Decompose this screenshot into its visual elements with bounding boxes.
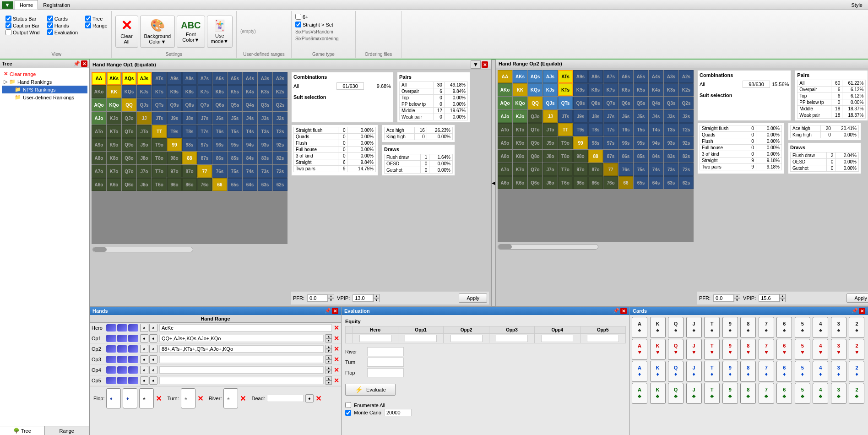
hand-cell-95s[interactable]: 95s <box>634 136 648 149</box>
hand-cell-J9s[interactable]: J9s <box>573 110 588 123</box>
card-5♦[interactable]: 5♦ <box>795 361 810 382</box>
hand-cell-62s[interactable]: 62s <box>273 178 288 191</box>
hand-cell-KK[interactable]: KK <box>107 85 121 98</box>
evaluate-button[interactable]: ⚡ Evaluate <box>345 384 396 396</box>
dead-card-icon[interactable]: ♠ <box>305 394 314 402</box>
op3-hand-input[interactable] <box>159 356 324 363</box>
card-4♣[interactable]: 4♣ <box>813 383 828 404</box>
river-card[interactable]: ♠ <box>223 388 238 408</box>
hand-cell-87s[interactable]: 87s <box>197 152 212 164</box>
op1-card1[interactable]: ♠ <box>140 334 148 343</box>
hand-cell-96s[interactable]: 96s <box>618 136 633 149</box>
hand-cell-AKs[interactable]: AKs <box>107 72 121 85</box>
hand-cell-Q7s[interactable]: Q7s <box>197 98 212 111</box>
hand-cell-63s[interactable]: 63s <box>258 178 272 191</box>
hand-cell-86o[interactable]: 86o <box>588 176 603 189</box>
hand-cell-A6o[interactable]: A6o <box>92 178 106 191</box>
hand-cell-T3s[interactable]: T3s <box>664 123 678 136</box>
card-7♦[interactable]: 7♦ <box>759 361 774 382</box>
hand-cell-Q8o[interactable]: Q8o <box>528 150 542 163</box>
op1-apply-button[interactable]: Apply <box>459 294 487 303</box>
hand-cell-Q7s[interactable]: Q7s <box>603 97 618 109</box>
hand-cell-J8s[interactable]: J8s <box>588 110 603 123</box>
range-check[interactable]: Range <box>85 22 107 28</box>
hand-cell-AA[interactable]: AA <box>498 70 512 83</box>
hand-cell-73s[interactable]: 73s <box>664 163 678 176</box>
hand-cell-65s[interactable]: 65s <box>228 178 242 191</box>
flop-card2[interactable]: ♦ <box>123 388 137 408</box>
hand-cell-Q9o[interactable]: Q9o <box>528 136 542 149</box>
hand-cell-JTo[interactable]: JTo <box>543 123 558 136</box>
card-9♦[interactable]: 9♦ <box>722 361 738 382</box>
hand-cell-JJ[interactable]: JJ <box>137 112 152 125</box>
status-bar-check[interactable]: Status Bar <box>5 16 40 22</box>
op2-pfr-spinner[interactable]: ▲ ▼ <box>713 294 740 302</box>
card-A♥[interactable]: A♥ <box>632 339 647 360</box>
hand-cell-T7o[interactable]: T7o <box>152 165 167 178</box>
hand-cell-95s[interactable]: 95s <box>228 138 242 151</box>
hand-cell-K6o[interactable]: K6o <box>513 176 527 189</box>
card-4♥[interactable]: 4♥ <box>813 339 828 360</box>
op2-pfr-up[interactable]: ▲ <box>734 294 740 298</box>
hand-cell-AQo[interactable]: AQo <box>498 97 512 109</box>
hand-cell-76o[interactable]: 76o <box>603 176 618 189</box>
hand-cell-ATo[interactable]: ATo <box>92 125 106 138</box>
hand-cell-A8s[interactable]: A8s <box>588 70 603 83</box>
hand-cell-J4s[interactable]: J4s <box>243 112 257 125</box>
hand-cell-K8s[interactable]: K8s <box>588 83 603 96</box>
equity-opp1-input[interactable] <box>405 335 437 342</box>
hand-cell-T2s[interactable]: T2s <box>679 123 694 136</box>
card-A♣[interactable]: A♣ <box>632 383 647 404</box>
turn-clear-icon[interactable]: ✕ <box>197 394 203 403</box>
hand-cell-JTo[interactable]: JTo <box>137 125 152 138</box>
card-5♥[interactable]: 5♥ <box>795 339 810 360</box>
card-9♣[interactable]: 9♣ <box>722 383 738 404</box>
card-7♠[interactable]: 7♠ <box>759 317 774 338</box>
card-7♥[interactable]: 7♥ <box>759 339 774 360</box>
eval-river-input[interactable] <box>367 347 404 356</box>
hand-cell-QJo[interactable]: QJo <box>122 112 136 125</box>
card-A♠[interactable]: A♠ <box>632 317 647 338</box>
hand-cell-A6s[interactable]: A6s <box>618 70 633 83</box>
card-2♠[interactable]: 2♠ <box>849 317 864 338</box>
op5-card1[interactable]: ♠ <box>140 376 148 385</box>
op2-vpip-input[interactable] <box>759 294 779 302</box>
hand-cell-Q6o[interactable]: Q6o <box>122 178 136 191</box>
op2-combo-all-input[interactable] <box>743 81 770 88</box>
hand-cell-T9o[interactable]: T9o <box>558 136 573 149</box>
hand-cell-64s[interactable]: 64s <box>243 178 257 191</box>
hand-cell-66[interactable]: 66 <box>618 176 633 189</box>
hand-cell-T2s[interactable]: T2s <box>273 125 288 138</box>
hand-cell-K8s[interactable]: K8s <box>182 85 197 98</box>
op1-vpip-spinner[interactable]: ▲ ▼ <box>353 294 380 302</box>
eval-flop-input[interactable] <box>367 368 404 377</box>
equity-opp2-input[interactable] <box>450 335 483 342</box>
op2-input-down[interactable]: ▼ <box>326 349 332 353</box>
hand-cell-AA[interactable]: AA <box>92 72 106 85</box>
monte-carlo-check[interactable] <box>345 410 351 416</box>
card-3♦[interactable]: 3♦ <box>831 361 846 382</box>
op4-input-up[interactable]: ▲ <box>326 366 332 370</box>
op1-pfr-spinner[interactable]: ▲ ▼ <box>307 294 334 302</box>
op5-input-up[interactable]: ▲ <box>326 376 332 381</box>
hand-cell-97s[interactable]: 97s <box>603 136 618 149</box>
hand-cell-75s[interactable]: 75s <box>634 163 648 176</box>
op4-hand-input[interactable] <box>159 366 324 374</box>
op2-card2[interactable]: ♠ <box>149 345 157 353</box>
hand-cell-A3s[interactable]: A3s <box>664 70 678 83</box>
hand-cell-A9s[interactable]: A9s <box>167 72 182 85</box>
hand-cell-65s[interactable]: 65s <box>634 176 648 189</box>
hand-cell-K8o[interactable]: K8o <box>107 152 121 164</box>
turn-card[interactable]: ♠ <box>181 388 195 408</box>
hand-cell-JTs[interactable]: JTs <box>558 110 573 123</box>
tree-item-nps-rankings[interactable]: 📁 NPS Rankings <box>2 86 87 93</box>
hand-cell-T6s[interactable]: T6s <box>618 123 633 136</box>
panel-scroll-arrow[interactable]: ◀ <box>491 60 496 306</box>
hand-cell-J8o[interactable]: J8o <box>137 152 152 164</box>
op2-pfr-input[interactable] <box>713 294 734 302</box>
flop-clear-icon[interactable]: ✕ <box>156 394 162 403</box>
op1-card2[interactable]: ♠ <box>149 334 157 343</box>
hand-cell-K6o[interactable]: K6o <box>107 178 121 191</box>
card-3♣[interactable]: 3♣ <box>831 383 846 404</box>
op4-card2[interactable]: ♠ <box>149 366 157 374</box>
